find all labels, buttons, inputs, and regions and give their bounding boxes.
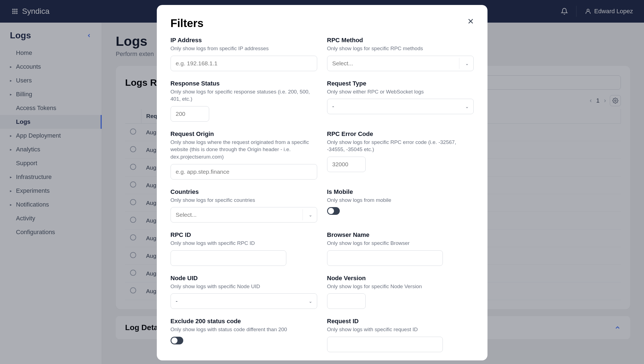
rpc-method-select[interactable] bbox=[327, 56, 474, 71]
reqtype-desc: Only show either RPC or WebSocket logs bbox=[327, 88, 474, 96]
field-is-mobile: Is Mobile Only show logs from mobile bbox=[327, 188, 474, 223]
rpcid-desc: Only show logs with specific RPC ID bbox=[171, 240, 317, 247]
origin-input[interactable] bbox=[171, 164, 317, 180]
browser-desc: Only show logs for specific Browser bbox=[327, 240, 474, 247]
resp-input[interactable] bbox=[171, 106, 209, 122]
countries-select[interactable] bbox=[171, 207, 317, 223]
nodeuid-select[interactable] bbox=[171, 293, 317, 309]
browser-label: Browser Name bbox=[327, 231, 474, 239]
field-request-origin: Request Origin Only show logs where the … bbox=[171, 130, 317, 180]
ex200-desc: Only show logs with status code differen… bbox=[171, 326, 317, 333]
nodeuid-label: Node UID bbox=[171, 275, 317, 282]
field-rpc-error: RPC Error Code Only show logs for specif… bbox=[327, 130, 474, 180]
origin-desc: Only show logs where the request origina… bbox=[171, 139, 317, 161]
field-ip-address: IP Address Only show logs from specific … bbox=[171, 37, 317, 71]
field-request-id: Request ID Only show logs with specific … bbox=[327, 318, 474, 352]
rpcerr-input[interactable] bbox=[327, 157, 366, 172]
browser-input[interactable] bbox=[327, 250, 443, 266]
resp-desc: Only show logs for specific response sta… bbox=[171, 88, 317, 103]
rpcerr-label: RPC Error Code bbox=[327, 130, 474, 138]
mobile-toggle[interactable] bbox=[327, 207, 340, 215]
close-button[interactable] bbox=[467, 17, 475, 25]
rpcerr-desc: Only show logs for specific RPC error co… bbox=[327, 139, 474, 153]
ip-desc: Only show logs from specific IP addresse… bbox=[171, 45, 317, 52]
field-countries: Countries Only show logs for specific co… bbox=[171, 188, 317, 223]
field-request-type: Request Type Only show either RPC or Web… bbox=[327, 80, 474, 122]
field-rpc-id: RPC ID Only show logs with specific RPC … bbox=[171, 231, 317, 266]
field-browser: Browser Name Only show logs for specific… bbox=[327, 231, 474, 266]
reqid-input[interactable] bbox=[327, 337, 443, 352]
ip-input[interactable] bbox=[171, 56, 317, 71]
nodever-label: Node Version bbox=[327, 275, 474, 282]
reqtype-label: Request Type bbox=[327, 80, 474, 87]
mobile-label: Is Mobile bbox=[327, 188, 474, 196]
ex200-label: Exclude 200 status code bbox=[171, 318, 317, 325]
rpcid-label: RPC ID bbox=[171, 231, 317, 239]
countries-desc: Only show logs for specific countries bbox=[171, 197, 317, 204]
countries-label: Countries bbox=[171, 188, 317, 196]
close-icon bbox=[467, 17, 475, 25]
field-rpc-method: RPC Method Only show logs for specific R… bbox=[327, 37, 474, 71]
reqid-desc: Only show logs with specific request ID bbox=[327, 326, 474, 333]
origin-label: Request Origin bbox=[171, 130, 317, 138]
modal-title: Filters bbox=[171, 17, 474, 30]
field-node-uid: Node UID Only show logs with specific No… bbox=[171, 275, 317, 309]
reqid-label: Request ID bbox=[327, 318, 474, 325]
reqtype-select[interactable] bbox=[327, 99, 474, 114]
field-response-status: Response Status Only show logs for speci… bbox=[171, 80, 317, 122]
filters-modal: Filters IP Address Only show logs from s… bbox=[157, 5, 487, 360]
rpc-method-label: RPC Method bbox=[327, 37, 474, 44]
resp-label: Response Status bbox=[171, 80, 317, 87]
rpcid-input[interactable] bbox=[171, 250, 286, 266]
nodever-input[interactable] bbox=[327, 293, 366, 309]
ip-label: IP Address bbox=[171, 37, 317, 44]
field-node-version: Node Version Only show logs for specific… bbox=[327, 275, 474, 309]
ex200-toggle[interactable] bbox=[171, 337, 183, 344]
rpc-method-desc: Only show logs for specific RPC methods bbox=[327, 45, 474, 52]
field-exclude-200: Exclude 200 status code Only show logs w… bbox=[171, 318, 317, 352]
modal-overlay[interactable]: Filters IP Address Only show logs from s… bbox=[0, 0, 644, 364]
nodeuid-desc: Only show logs with specific Node UID bbox=[171, 283, 317, 290]
nodever-desc: Only show logs for specific Node Version bbox=[327, 283, 474, 290]
mobile-desc: Only show logs from mobile bbox=[327, 197, 474, 204]
